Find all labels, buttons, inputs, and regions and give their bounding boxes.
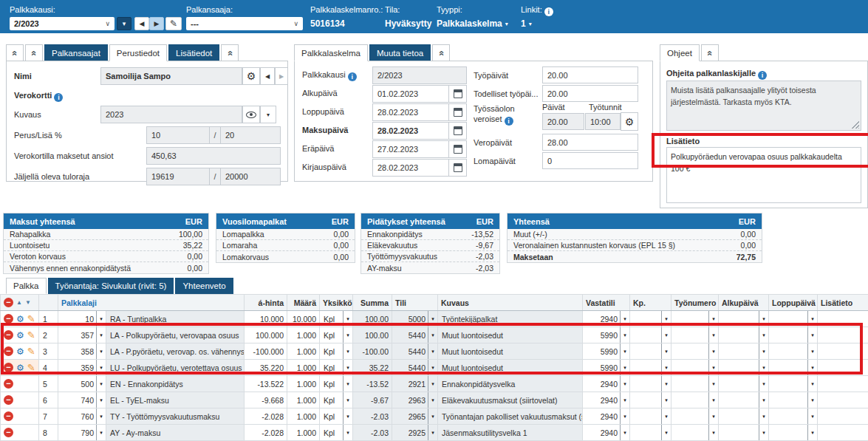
a-hinta-input[interactable]: 100.000 (245, 327, 287, 343)
chevron-down-icon[interactable]: ▾ (96, 343, 106, 359)
vastatili-input[interactable]: 2940 (583, 428, 620, 437)
chevron-down-icon[interactable]: ▾ (96, 360, 106, 375)
palkkalaji-code-input[interactable]: 790 (58, 428, 96, 437)
palkkalaji-code-input[interactable]: 10 (58, 315, 96, 324)
a-hinta-input[interactable]: -2.028 (245, 425, 287, 441)
calendar-button[interactable] (449, 122, 467, 140)
row-settings-icon[interactable]: ⚙ (16, 330, 24, 341)
chevron-down-icon[interactable]: ▾ (343, 360, 352, 375)
info-icon[interactable]: i (54, 93, 63, 102)
chevron-down-icon[interactable]: ▾ (759, 360, 768, 375)
tab-tyonantaja-sivukulut[interactable]: Työnantaja: Sivukulut (rivit: 5) (48, 278, 174, 294)
chevron-down-icon[interactable]: ▾ (708, 327, 718, 343)
chevron-down-icon[interactable]: ▾ (343, 311, 352, 327)
date-input[interactable]: 28.02.2023 (372, 159, 449, 177)
linkit-dropdown[interactable]: 1 ▾ (521, 18, 532, 29)
chevron-down-icon[interactable]: ▾ (807, 327, 817, 343)
grid-header-palkkalaji[interactable]: Palkkalaji (58, 295, 245, 311)
date-input[interactable]: 27.02.2023 (372, 140, 449, 158)
tili-input[interactable]: 5440 (392, 331, 428, 340)
delete-row-icon[interactable]: − (4, 330, 13, 340)
lisatieto-input[interactable] (818, 425, 868, 441)
chevron-down-icon[interactable]: ▾ (343, 408, 352, 424)
collapse-button[interactable]: « (25, 44, 43, 61)
chevron-down-icon[interactable]: ▾ (96, 392, 106, 408)
chevron-down-icon[interactable]: ▾ (620, 408, 629, 424)
delete-all-icon[interactable]: − (4, 298, 13, 307)
chevron-down-icon[interactable]: ▾ (428, 425, 437, 440)
chevron-down-icon[interactable]: ▾ (661, 392, 671, 408)
chevron-down-icon[interactable]: ▾ (759, 343, 768, 359)
yksikko-input[interactable]: Kpl (320, 428, 343, 437)
info-icon[interactable]: i (544, 7, 553, 16)
tab-palkkalaskelma[interactable]: Palkkalaskelma (294, 44, 368, 61)
calendar-button[interactable] (449, 85, 467, 103)
chevron-down-icon[interactable]: ▾ (620, 343, 629, 359)
lisatieto-input[interactable] (818, 408, 868, 425)
vastatili-input[interactable]: 2940 (583, 396, 620, 405)
tab-perustiedot[interactable]: Perustiedot (109, 44, 167, 61)
kuvaus-field[interactable]: 2023 (100, 106, 242, 123)
chevron-down-icon[interactable]: ▾ (708, 425, 718, 440)
chevron-down-icon[interactable]: ▾ (708, 360, 718, 375)
previous-period-button[interactable]: ◀ (134, 17, 149, 30)
delete-row-icon[interactable]: − (4, 346, 13, 356)
tili-input[interactable]: 2965 (392, 412, 428, 421)
employee-name-field[interactable]: Samoilija Sampo (100, 67, 242, 85)
delete-row-icon[interactable]: − (4, 314, 13, 324)
tyossaolon-settings-button[interactable]: ⚙ (621, 112, 638, 131)
chevron-down-icon[interactable]: ▾ (807, 392, 817, 408)
chevron-down-icon[interactable]: ▾ (661, 343, 671, 359)
date-input[interactable]: 01.02.2023 (372, 85, 449, 103)
lisatieto-input[interactable] (818, 376, 868, 392)
previous-employee-button[interactable]: ◀ (260, 67, 275, 85)
next-period-button[interactable]: ▶ (149, 17, 164, 30)
chevron-down-icon[interactable]: ▾ (343, 327, 352, 343)
palkkalaji-code-input[interactable]: 740 (58, 396, 96, 405)
lisatieto-input[interactable] (818, 311, 868, 327)
yksikko-input[interactable]: Kpl (320, 412, 343, 421)
chevron-down-icon[interactable]: ▾ (759, 376, 768, 392)
yksikko-input[interactable]: Kpl (320, 363, 343, 372)
maara-input[interactable]: 10.000 (287, 311, 320, 327)
chevron-down-icon[interactable]: ▾ (620, 392, 629, 408)
info-icon[interactable]: i (348, 72, 357, 81)
tili-input[interactable]: 2963 (392, 396, 428, 405)
chevron-down-icon[interactable]: ▾ (807, 311, 817, 327)
vastatili-input[interactable]: 5990 (583, 347, 620, 356)
veropaivat-field[interactable]: 28.00 (542, 134, 638, 151)
tab-yhteenveto[interactable]: Yhteenveto (175, 278, 233, 294)
chevron-down-icon[interactable]: ▾ (661, 376, 671, 392)
ohjeet-note-textarea[interactable]: Muista lisätä palkansaajalle ylityöt toi… (666, 81, 861, 131)
date-input[interactable]: 28.02.2023 (372, 122, 449, 140)
tab-ohjeet[interactable]: Ohjeet (660, 44, 700, 61)
chevron-down-icon[interactable]: ▾ (428, 376, 437, 392)
chevron-down-icon[interactable]: ▾ (661, 408, 671, 424)
a-hinta-input[interactable]: -13.522 (245, 376, 287, 392)
tuloraja-right-field[interactable]: 20000 (220, 168, 281, 185)
calendar-button[interactable] (449, 103, 467, 121)
ansiot-field[interactable]: 450,63 (146, 147, 281, 165)
tab-lisatiedot[interactable]: Lisätiedot (168, 44, 219, 61)
chevron-down-icon[interactable]: ▾ (343, 343, 352, 359)
chevron-down-icon[interactable]: ▾ (96, 311, 106, 327)
maara-input[interactable]: 1.000 (287, 343, 320, 360)
a-hinta-input[interactable]: 35.220 (245, 360, 287, 376)
palkkalaji-code-input[interactable]: 760 (58, 412, 96, 421)
chevron-down-icon[interactable]: ▾ (620, 311, 629, 327)
chevron-down-icon[interactable]: ▾ (428, 392, 437, 408)
maara-input[interactable]: 1.000 (287, 425, 320, 441)
maara-input[interactable]: 1.000 (287, 376, 320, 392)
todelliset-field[interactable]: 20.00 (542, 85, 638, 102)
tyyppi-dropdown[interactable]: Palkkalaskelma ▾ (437, 18, 508, 29)
chevron-down-icon[interactable]: ▾ (96, 425, 106, 440)
chevron-down-icon[interactable]: ▾ (343, 392, 352, 408)
chevron-down-icon[interactable]: ▾ (96, 408, 106, 424)
vastatili-input[interactable]: 5990 (583, 363, 620, 372)
collapse-button[interactable]: « (221, 44, 239, 61)
chevron-down-icon[interactable]: ▾ (428, 327, 437, 343)
perus-field[interactable]: 10 (146, 126, 210, 144)
a-hinta-input[interactable]: -100.000 (245, 343, 287, 360)
row-settings-icon[interactable]: ⚙ (16, 314, 24, 324)
calendar-button[interactable] (449, 140, 467, 158)
